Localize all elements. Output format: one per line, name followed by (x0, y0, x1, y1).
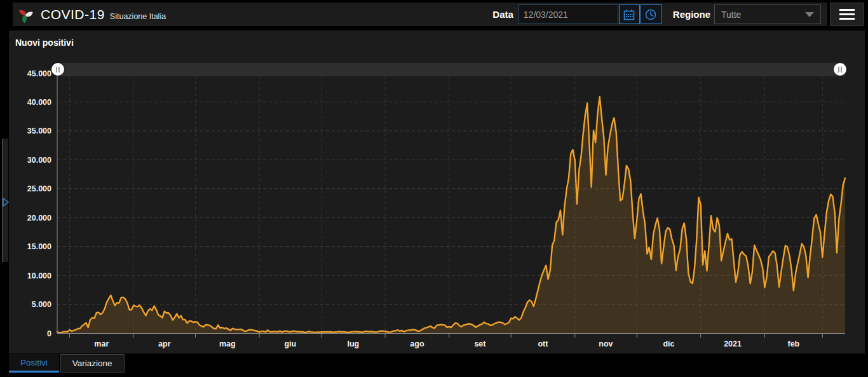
region-select[interactable]: Tutte (714, 4, 821, 24)
svg-text:mar: mar (94, 339, 109, 348)
chart-canvas: 05.00010.00015.00020.00025.00030.00035.0… (9, 31, 865, 353)
hamburger-icon (839, 9, 855, 11)
app-subtitle: Situazione Italia (110, 12, 166, 21)
date-label: Data (492, 9, 513, 20)
svg-text:feb: feb (787, 339, 799, 348)
range-slider-track[interactable] (57, 63, 845, 76)
svg-text:5.000: 5.000 (32, 300, 51, 309)
date-input[interactable] (518, 4, 618, 24)
region-value: Tutte (721, 10, 741, 20)
chevron-down-icon (805, 12, 814, 17)
time-button[interactable] (641, 4, 661, 24)
app-title: COVID-19 (41, 7, 105, 22)
region-label: Regione (673, 9, 710, 20)
panel-expander[interactable] (2, 139, 8, 262)
svg-text:35.000: 35.000 (27, 127, 51, 135)
tab-variazione[interactable]: Variazione (60, 354, 125, 373)
grip-icon (838, 67, 839, 72)
svg-text:40.000: 40.000 (27, 98, 51, 107)
svg-text:nov: nov (599, 339, 613, 348)
tab-positivi[interactable]: Positivi (9, 354, 59, 373)
svg-text:lug: lug (347, 339, 359, 348)
svg-text:0: 0 (47, 329, 51, 338)
svg-text:10.000: 10.000 (27, 271, 51, 280)
svg-text:45.000: 45.000 (27, 69, 51, 78)
svg-text:giu: giu (284, 339, 296, 348)
slider-handle-right[interactable] (834, 63, 846, 76)
tab-bar: Positivi Variazione (9, 354, 125, 373)
svg-text:15.000: 15.000 (27, 242, 51, 251)
svg-text:set: set (474, 339, 486, 348)
svg-text:2021: 2021 (724, 339, 742, 348)
app-logo-icon (17, 6, 34, 24)
svg-text:ago: ago (410, 339, 424, 348)
svg-text:ott: ott (538, 339, 548, 348)
chart-panel: Nuovi positivi 05.00010.00015.00020.0002… (9, 31, 865, 353)
svg-text:apr: apr (158, 339, 171, 348)
svg-text:20.000: 20.000 (27, 214, 51, 223)
clock-icon (644, 8, 657, 21)
svg-text:dic: dic (663, 339, 674, 348)
svg-text:mag: mag (219, 339, 236, 348)
svg-text:25.000: 25.000 (27, 184, 51, 193)
slider-handle-left[interactable] (51, 63, 64, 76)
calendar-icon (623, 8, 635, 21)
app-header: COVID-19 Situazione Italia Data Regione (13, 3, 827, 26)
menu-button[interactable] (830, 3, 864, 26)
grip-icon (56, 67, 57, 72)
calendar-button[interactable] (619, 4, 640, 24)
svg-text:30.000: 30.000 (27, 156, 51, 165)
